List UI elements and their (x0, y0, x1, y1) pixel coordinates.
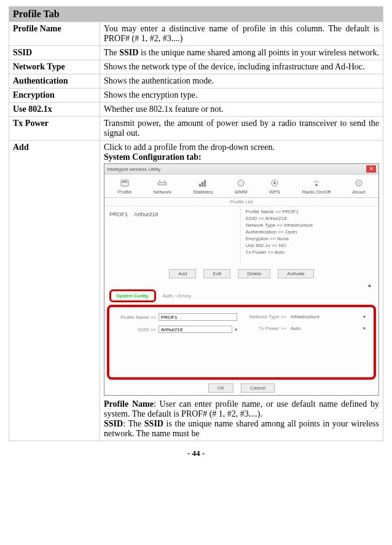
table-row: Use 802.1x Whether use 802.1x feature or… (9, 103, 383, 117)
tab-auth-encry[interactable]: Auth. \ Encry. (158, 291, 197, 300)
profile-name-bold: Profile Name (104, 399, 154, 409)
table-row: Add Click to add a profile from the drop… (9, 141, 383, 441)
config-panel: Profile Name >> SSID >> ▾ Network Type >… (107, 305, 376, 380)
window-title: Intelligent wireless Utility (107, 167, 160, 172)
table-row: Encryption Shows the encryption type. (9, 88, 383, 103)
toolbar-label: Profile (118, 189, 132, 195)
svg-rect-0 (121, 180, 128, 186)
select-value: Auto (291, 326, 300, 331)
close-icon[interactable]: ✕ (366, 165, 376, 173)
toolbar-wps[interactable]: WPS (269, 178, 280, 195)
svg-text:i: i (358, 181, 359, 186)
row-desc: Whether use 802.1x feature or not. (100, 103, 383, 117)
page-number: - 44 - (9, 449, 383, 458)
collapse-arrow-icon[interactable]: ▲ (104, 282, 378, 289)
select-value: Infrastructure (291, 314, 319, 320)
cfg-label: SSID >> (116, 327, 156, 332)
cfg-network-type: Network Type >> Infrastructure ▾ (246, 313, 367, 320)
row-desc: The SSID is the unique name shared among… (100, 46, 383, 60)
toolbar-about[interactable]: i About (352, 178, 365, 195)
row-label: Use 802.1x (9, 103, 100, 117)
add-button[interactable]: Add (169, 269, 196, 278)
profile-list[interactable]: PROF1 Arthur218 (109, 209, 241, 264)
delete-button[interactable]: Delete (238, 269, 270, 278)
tx-power-select[interactable]: Auto ▾ (289, 325, 367, 332)
toolbar-radio[interactable]: Radio On/Off (302, 178, 331, 195)
row-desc: Transmit power, the amount of power used… (100, 117, 383, 141)
add-profile-text: Profile Name: User can enter profile nam… (104, 399, 379, 419)
profile-icon (119, 178, 130, 188)
dropdown-arrow-icon[interactable]: ▾ (235, 327, 237, 332)
table-row: Authentication Shows the authentication … (9, 74, 383, 88)
svg-rect-7 (204, 180, 206, 187)
cfg-label: Profile Name >> (116, 315, 156, 320)
svg-point-10 (273, 182, 276, 184)
tab-system-config[interactable]: System Config. (109, 289, 156, 302)
mid-section: PROF1 Arthur218 Profile Name >> PROF1 SS… (104, 206, 378, 267)
toolbar-profile[interactable]: Profile (118, 178, 132, 195)
button-row: Add Edit Delete Activate (104, 267, 378, 282)
table-row: Network Type Shows the network type of t… (9, 60, 383, 74)
cfg-ssid: SSID >> ▾ (116, 326, 237, 333)
about-icon: i (353, 178, 364, 188)
ssid-bold: SSID (104, 419, 123, 428)
svg-rect-1 (122, 181, 127, 182)
wps-icon (269, 178, 280, 188)
tab-bar: System Config. Auth. \ Encry. (104, 289, 378, 302)
ok-cancel-row: OK Cancel (104, 380, 378, 395)
toolbar-network[interactable]: Network (154, 178, 171, 195)
svg-point-11 (315, 184, 318, 186)
text: is the unique name shared among all poin… (138, 48, 379, 57)
toolbar-label: Radio On/Off (302, 189, 331, 195)
ok-button[interactable]: OK (208, 383, 234, 393)
add-line2: System Configuration tab: (104, 152, 379, 162)
network-type-select[interactable]: Infrastructure ▾ (289, 313, 367, 320)
text: The (104, 48, 119, 57)
list-col-name: PROF1 (109, 211, 128, 264)
table-header: Profile Tab (9, 7, 383, 22)
row-desc: Click to add a profile from the drop-dow… (100, 141, 383, 441)
toolbar-label: WMM (235, 189, 248, 195)
statistics-icon (197, 178, 208, 188)
row-label: Add (9, 141, 100, 441)
svg-rect-2 (158, 182, 167, 185)
chevron-down-icon: ▾ (363, 314, 366, 320)
row-desc: Shows the authentication mode. (100, 74, 383, 88)
cfg-label: Tx Power >> (246, 326, 286, 331)
info-line: Authentication >> Open (246, 229, 374, 235)
edit-button[interactable]: Edit (203, 269, 230, 278)
activate-button[interactable]: Activate (278, 269, 313, 278)
toolbar-label: Statistics (193, 189, 213, 195)
profile-list-header: Profile List (104, 198, 378, 206)
toolbar-label: About (352, 189, 365, 195)
profile-tab-table: Profile Tab Profile Name You may enter a… (9, 6, 383, 441)
table-row: SSID The SSID is the unique name shared … (9, 46, 383, 60)
titlebar: Intelligent wireless Utility ✕ (104, 164, 378, 174)
cfg-tx-power: Tx Power >> Auto ▾ (246, 325, 367, 332)
row-label: Tx Power (9, 117, 100, 141)
cancel-button[interactable]: Cancel (241, 383, 275, 393)
profile-name-input[interactable] (159, 313, 237, 321)
cfg-label: Network Type >> (246, 314, 286, 320)
row-label: SSID (9, 46, 100, 60)
toolbar: Profile Network Statistics (104, 174, 378, 198)
ssid-input[interactable] (159, 326, 232, 333)
table-row: Tx Power Transmit power, the amount of p… (9, 117, 383, 141)
profile-info: Profile Name >> PROF1 SSID >> Arthur218 … (246, 209, 374, 264)
svg-rect-6 (202, 182, 203, 187)
row-desc: Shows the network type of the device, in… (100, 60, 383, 74)
radio-icon (311, 178, 322, 188)
row-label: Encryption (9, 88, 100, 103)
ssid-bold: SSID (119, 48, 138, 57)
text: : The (123, 419, 144, 428)
config-right: Network Type >> Infrastructure ▾ Tx Powe… (246, 313, 367, 369)
toolbar-wmm[interactable]: WMM (235, 178, 248, 195)
info-line: Network Type >> Infrastructure (246, 222, 374, 228)
ssid-bold: SSID (144, 419, 163, 428)
toolbar-statistics[interactable]: Statistics (193, 178, 213, 195)
svg-point-8 (238, 180, 244, 186)
info-line: Profile Name >> PROF1 (246, 209, 374, 214)
info-line: Use 802.1x >> NO (246, 243, 374, 248)
document-page: Profile Tab Profile Name You may enter a… (0, 0, 392, 462)
row-desc: You may enter a distinctive name of prof… (100, 22, 383, 46)
